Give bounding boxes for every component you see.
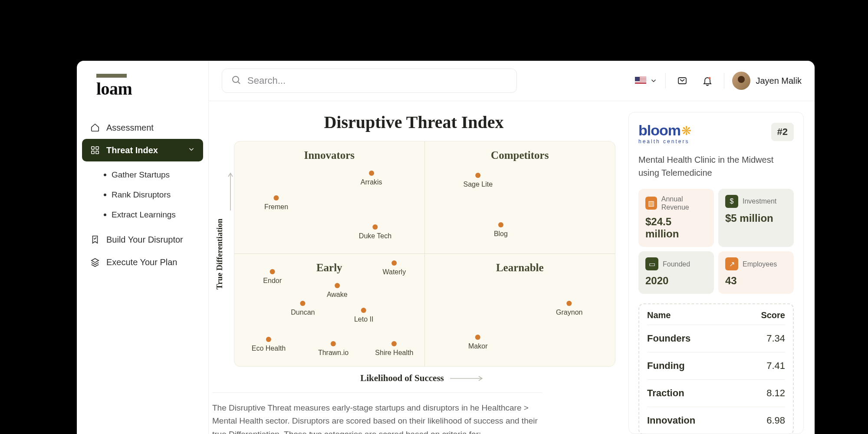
inbox-button[interactable] — [674, 72, 691, 89]
notifications-button[interactable] — [699, 72, 716, 89]
id-icon: ▭ — [645, 257, 658, 270]
main-area: Jayen Malik Disruptive Threat Index True… — [209, 61, 815, 434]
chart-point[interactable]: Arrakis — [361, 171, 382, 186]
dot-icon — [273, 195, 279, 201]
score-value: 7.34 — [766, 333, 785, 344]
bullet-icon — [104, 214, 106, 216]
subnav-gather-startups[interactable]: Gather Startups — [100, 165, 203, 185]
chart-point-label: Duke Tech — [359, 232, 391, 240]
subnav: Gather Startups Rank Disruptors Extract … — [82, 161, 203, 228]
primary-nav: Assessment Threat Index Gather Startups — [77, 116, 208, 273]
dot-icon — [475, 173, 480, 178]
dot-icon — [498, 222, 503, 227]
stat-card: ▥Annual Revenue$24.5 million — [638, 189, 714, 247]
chevron-down-icon — [650, 77, 658, 85]
chart-block: True Differentiation Innovators Competit… — [212, 141, 615, 367]
company-name: bloom — [638, 123, 681, 138]
bullet-icon — [104, 194, 106, 196]
sidebar: loam Assessment Threat Index — [77, 61, 209, 434]
chart-point[interactable]: Thrawn.io — [318, 341, 349, 357]
nav-threat-index[interactable]: Threat Index — [82, 139, 203, 161]
nav-label: Threat Index — [106, 145, 158, 155]
chart-point[interactable]: Waterly — [383, 260, 406, 276]
stat-value: 43 — [725, 275, 787, 287]
locale-selector[interactable] — [635, 77, 658, 85]
stat-label: Founded — [663, 260, 690, 268]
subnav-label: Extract Learnings — [112, 210, 176, 220]
subnav-label: Rank Disruptors — [112, 190, 171, 200]
chart-point[interactable]: Eco Health — [252, 337, 286, 352]
stat-label: Investment — [743, 197, 776, 205]
user-menu[interactable]: Jayen Malik — [732, 72, 802, 90]
stat-value: 2020 — [645, 275, 707, 287]
chart-point-label: Arrakis — [361, 178, 382, 186]
dot-icon — [567, 301, 572, 306]
dot-icon — [369, 171, 374, 176]
arrow-right-icon — [450, 375, 485, 381]
nav-build-disruptor[interactable]: Build Your Disruptor — [82, 228, 203, 251]
chart-point[interactable]: Leto II — [354, 308, 373, 323]
company-description: Mental Health Clinic in the Midwest usin… — [638, 153, 794, 179]
subnav-extract-learnings[interactable]: Extract Learnings — [100, 205, 203, 225]
dot-icon — [300, 301, 306, 306]
nav-assessment[interactable]: Assessment — [82, 116, 203, 139]
score-name: Funding — [647, 360, 685, 372]
quadrant-title: Innovators — [243, 149, 416, 161]
nav-execute-plan[interactable]: Execute Your Plan — [82, 251, 203, 273]
search-input[interactable] — [247, 75, 508, 86]
quadrant-competitors: Competitors — [425, 141, 615, 254]
chart-point[interactable]: Makor — [468, 335, 487, 350]
chart-point[interactable]: Blog — [494, 222, 508, 238]
score-head-name: Name — [647, 310, 671, 320]
search-box[interactable] — [222, 69, 517, 93]
quadrant-innovators: Innovators — [234, 141, 425, 254]
stat-card: $Investment$5 million — [718, 189, 794, 247]
grid-icon — [90, 145, 100, 155]
dot-icon — [372, 224, 378, 230]
topbar-actions: Jayen Malik — [635, 72, 802, 90]
score-row: Founders7.34 — [647, 325, 785, 352]
chart-point[interactable]: Shire Health — [375, 341, 413, 357]
svg-point-4 — [233, 76, 239, 82]
chart-point[interactable]: Graynon — [556, 301, 582, 316]
divider — [665, 73, 666, 89]
avatar — [732, 72, 750, 90]
logo: loam — [77, 69, 208, 116]
chart-point[interactable]: Endor — [263, 269, 282, 285]
score-head-value: Score — [761, 310, 785, 320]
subnav-rank-disruptors[interactable]: Rank Disruptors — [100, 185, 203, 205]
chart-point[interactable]: Sage Lite — [463, 173, 493, 188]
rank-badge: #2 — [771, 123, 794, 141]
layers-icon — [90, 257, 100, 267]
stat-label: Annual Revenue — [661, 195, 707, 211]
subnav-label: Gather Startups — [112, 170, 170, 180]
chart-description: The Disruptive Threat measures early-sta… — [212, 392, 542, 434]
chart-point-label: Sage Lite — [463, 181, 493, 188]
chevron-down-icon — [187, 145, 195, 155]
quadrant-chart[interactable]: Innovators Competitors Early Learnable A… — [234, 141, 615, 367]
chart-icon: ▥ — [645, 197, 657, 210]
chart-point[interactable]: Fremen — [264, 195, 288, 211]
score-row: Innovation6.98 — [647, 407, 785, 434]
inbox-icon — [677, 76, 687, 86]
trend-icon: ↗ — [725, 257, 738, 270]
nav-label: Execute Your Plan — [106, 257, 177, 267]
chart-point-label: Thrawn.io — [318, 349, 349, 357]
chart-point[interactable]: Awake — [327, 283, 348, 299]
stats-grid: ▥Annual Revenue$24.5 million$Investment$… — [638, 189, 794, 294]
dot-icon — [361, 308, 366, 313]
bell-icon — [702, 76, 713, 86]
stat-value: $24.5 million — [645, 216, 707, 240]
divider — [724, 73, 724, 89]
chart-point-label: Endor — [263, 277, 282, 285]
flower-icon: ❋ — [681, 128, 691, 135]
chart-point[interactable]: Duke Tech — [359, 224, 391, 240]
chart-point[interactable]: Duncan — [291, 301, 315, 316]
stat-card: ↗Employees43 — [718, 251, 794, 294]
chart-point-label: Fremen — [264, 203, 288, 211]
dot-icon — [391, 341, 397, 346]
svg-rect-3 — [96, 151, 99, 154]
dot-icon — [331, 341, 336, 346]
stat-label: Employees — [743, 260, 777, 268]
dot-icon — [270, 269, 275, 274]
